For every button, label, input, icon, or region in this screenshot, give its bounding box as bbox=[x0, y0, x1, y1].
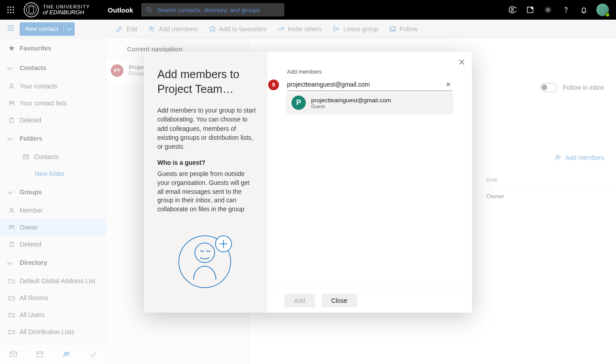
help-icon[interactable] bbox=[557, 0, 575, 20]
guest-description: Guests are people from outside your orga… bbox=[157, 170, 257, 213]
dialog-illustration bbox=[173, 226, 240, 294]
dialog-title: Add members to Project Team… bbox=[157, 67, 257, 96]
clear-input-icon[interactable]: ✕ bbox=[444, 81, 452, 88]
people-suggestion[interactable]: P projectteamguest@gmail.com Guest bbox=[287, 93, 452, 113]
dialog-info-panel: Add members to Project Team… Add members… bbox=[144, 52, 267, 313]
svg-point-2 bbox=[13, 7, 14, 8]
close-icon bbox=[458, 58, 466, 66]
svg-point-8 bbox=[13, 12, 14, 13]
instruction-step-badge: 9 bbox=[268, 79, 279, 90]
settings-icon[interactable] bbox=[539, 0, 557, 20]
search-box[interactable] bbox=[141, 3, 284, 17]
svg-point-16 bbox=[565, 12, 566, 12]
search-icon bbox=[146, 6, 153, 13]
app-launcher[interactable] bbox=[4, 3, 18, 17]
svg-point-0 bbox=[8, 7, 9, 8]
search-input[interactable] bbox=[157, 7, 280, 13]
add-members-field-label: Add members bbox=[287, 69, 452, 75]
close-button[interactable] bbox=[458, 58, 466, 68]
svg-point-1 bbox=[10, 7, 12, 8]
svg-point-3 bbox=[8, 9, 9, 11]
svg-point-6 bbox=[8, 12, 9, 13]
add-members-input[interactable] bbox=[287, 81, 444, 88]
svg-point-7 bbox=[10, 12, 12, 13]
suggestion-email: projectteamguest@gmail.com bbox=[311, 97, 391, 104]
add-members-field[interactable]: ✕ bbox=[287, 78, 452, 91]
suggestion-avatar: P bbox=[291, 96, 306, 110]
suite-header: THE UNIVERSITY of EDINBURGH Outlook bbox=[0, 0, 616, 20]
account-avatar[interactable] bbox=[596, 4, 609, 16]
org-name: THE UNIVERSITY of EDINBURGH bbox=[43, 4, 90, 15]
close-dialog-button[interactable]: Close bbox=[321, 294, 357, 307]
skype-icon[interactable] bbox=[503, 0, 521, 20]
svg-point-10 bbox=[26, 5, 36, 15]
app-name[interactable]: Outlook bbox=[108, 6, 133, 14]
dialog-form-panel: Add members ✕ P projectteamguest@gmail.c… bbox=[267, 52, 472, 313]
svg-line-13 bbox=[150, 11, 152, 13]
suggestion-type: Guest bbox=[311, 104, 391, 109]
notifications-icon[interactable] bbox=[575, 0, 593, 20]
presence-available-icon bbox=[605, 13, 610, 17]
add-button[interactable]: Add bbox=[284, 294, 315, 307]
add-members-dialog: Add members to Project Team… Add members… bbox=[144, 52, 472, 313]
svg-rect-11 bbox=[29, 7, 34, 13]
guest-heading: Who is a guest? bbox=[157, 159, 257, 166]
org-logo[interactable] bbox=[23, 2, 39, 18]
svg-point-4 bbox=[10, 9, 12, 11]
dialog-footer: Add Close bbox=[267, 288, 472, 313]
svg-point-12 bbox=[147, 7, 151, 11]
svg-point-5 bbox=[13, 9, 14, 11]
svg-point-41 bbox=[195, 243, 215, 263]
notes-icon[interactable] bbox=[521, 0, 539, 20]
svg-point-15 bbox=[547, 8, 549, 11]
dialog-description: Add members to your group to start colla… bbox=[157, 106, 257, 151]
